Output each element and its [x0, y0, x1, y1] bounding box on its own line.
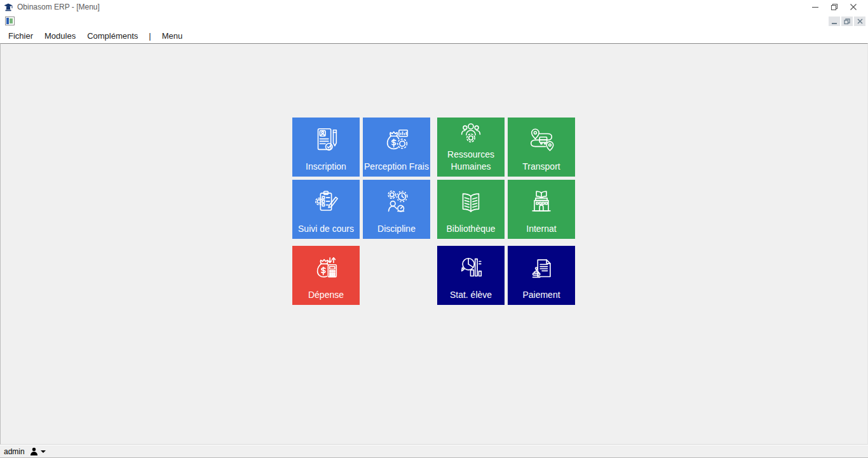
tile-label: Internat: [525, 223, 557, 239]
course-tracking-icon: [311, 180, 341, 223]
tile-transport[interactable]: Transport: [508, 118, 575, 177]
title-bar: Obinasom ERP - [Menu]: [0, 0, 868, 14]
tile-label: Dépense: [307, 289, 345, 305]
tile-stat-eleve[interactable]: Stat. élève: [437, 246, 505, 305]
menu-separator: |: [144, 29, 156, 43]
discipline-icon: [382, 180, 411, 223]
tile-ressources-humaines[interactable]: Ressources Humaines: [437, 118, 505, 177]
logged-in-user: admin: [4, 447, 25, 456]
expense-icon: [311, 246, 341, 289]
status-bar: admin: [0, 445, 868, 458]
window-title: Obinasom ERP - [Menu]: [17, 3, 100, 11]
tile-paiement[interactable]: Paiement: [508, 246, 575, 305]
tile-label: Bibliothèque: [445, 223, 496, 239]
mdi-restore-button[interactable]: [841, 17, 853, 26]
payment-stamp-icon: [527, 246, 556, 289]
graduation-cap-icon: [3, 2, 13, 12]
registration-form-icon: [311, 118, 341, 161]
close-button[interactable]: [844, 0, 863, 14]
user-menu-dropdown[interactable]: [30, 447, 46, 456]
menu-complements[interactable]: Compléments: [81, 29, 144, 43]
tile-discipline[interactable]: Discipline: [363, 180, 430, 239]
human-resources-icon: [456, 118, 485, 149]
restore-button[interactable]: [825, 0, 844, 14]
chevron-down-icon: [41, 450, 46, 453]
menu-modules[interactable]: Modules: [39, 29, 81, 43]
tile-label: Ressources Humaines: [437, 149, 505, 177]
transport-route-icon: [527, 118, 556, 161]
tile-internat[interactable]: Internat: [508, 180, 575, 239]
tile-label: Discipline: [376, 223, 417, 239]
tile-inscription[interactable]: Inscription: [292, 118, 360, 177]
tile-depense[interactable]: Dépense: [292, 246, 360, 305]
tile-label: Suivi de cours: [297, 223, 355, 239]
tile-label: Perception Frais: [363, 161, 430, 177]
tile-label: Stat. élève: [449, 289, 493, 305]
user-silhouette-icon: [30, 447, 38, 456]
tile-bibliotheque[interactable]: Bibliothèque: [437, 180, 505, 239]
app-window: Obinasom ERP - [Menu]: [0, 0, 868, 458]
mdi-strip: [0, 14, 868, 28]
mdi-close-button[interactable]: [854, 17, 865, 26]
menu-bar: Fichier Modules Compléments | Menu: [0, 28, 868, 43]
tile-suivi-de-cours[interactable]: Suivi de cours: [292, 180, 360, 239]
student-stats-icon: [456, 246, 485, 289]
form-window-icon: [5, 17, 15, 25]
library-book-icon: [456, 180, 485, 223]
tile-label: Inscription: [304, 161, 348, 177]
minimize-button[interactable]: [806, 0, 825, 14]
tile-perception-frais[interactable]: Perception Frais: [363, 118, 430, 177]
mdi-client-area: [0, 43, 868, 445]
menu-menu[interactable]: Menu: [156, 29, 189, 43]
boarding-school-icon: [527, 180, 556, 223]
fees-collection-icon: [382, 118, 411, 161]
tile-label: Transport: [521, 161, 561, 177]
menu-fichier[interactable]: Fichier: [3, 29, 39, 43]
tile-label: Paiement: [521, 289, 561, 305]
mdi-minimize-button[interactable]: [829, 17, 840, 26]
